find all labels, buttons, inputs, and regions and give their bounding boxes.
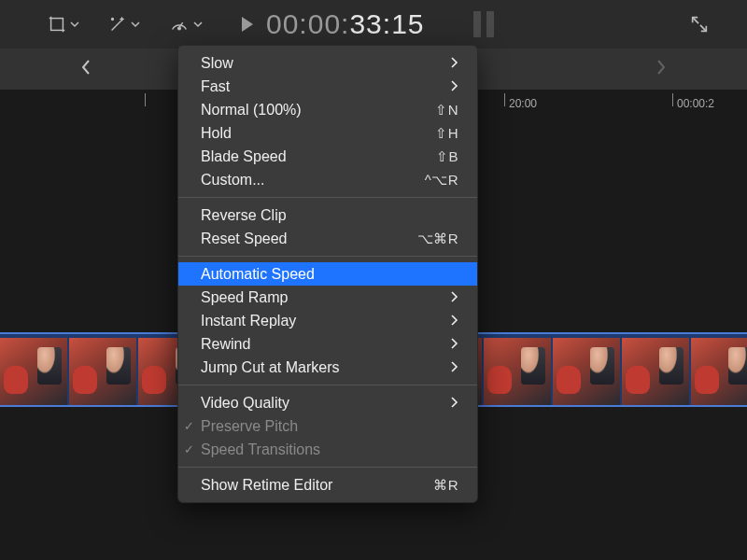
menu-item-label: Reverse Clip [201, 207, 458, 224]
menu-item[interactable]: Slow [178, 51, 477, 75]
menu-item-label: Instant Replay [201, 313, 444, 329]
menu-item[interactable]: Blade Speed⇧B [178, 145, 477, 168]
timecode-value: 33:15 [349, 8, 424, 39]
submenu-arrow-icon [451, 395, 458, 412]
clip-thumbnail[interactable] [0, 338, 67, 405]
menu-item-label: Speed Transitions [201, 441, 458, 458]
menu-item: ✓Preserve Pitch [178, 414, 477, 438]
svg-point-1 [112, 19, 114, 21]
submenu-arrow-icon [451, 336, 458, 353]
submenu-arrow-icon [451, 289, 458, 306]
speedometer-icon [168, 14, 190, 35]
menu-item[interactable]: Instant Replay [178, 309, 477, 332]
menu-separator [178, 385, 477, 385]
clip-thumbnail[interactable] [691, 338, 747, 405]
menu-item-shortcut: ⌘R [433, 477, 458, 494]
menu-item-label: Speed Ramp [201, 289, 444, 306]
menu-item-shortcut: ⇧B [436, 148, 458, 165]
clip-thumbnail[interactable] [484, 338, 551, 405]
menu-item-label: Reset Speed [201, 231, 417, 247]
submenu-arrow-icon [451, 359, 458, 376]
menu-item-label: Jump Cut at Markers [201, 359, 444, 376]
toolbar: 00:00:33:15 [0, 0, 747, 49]
chevron-down-icon [193, 20, 203, 29]
menu-item-label: Custom... [201, 172, 425, 189]
menu-item[interactable]: Video Quality [178, 391, 477, 414]
menu-item-label: Normal (100%) [201, 102, 435, 119]
ruler-tick [145, 93, 149, 106]
menu-item-label: Blade Speed [201, 148, 436, 165]
menu-item-label: Video Quality [201, 395, 444, 412]
menu-item[interactable]: Custom...^⌥R [178, 168, 477, 191]
menu-item-label: Rewind [201, 336, 444, 353]
menu-item-label: Show Retime Editor [201, 477, 433, 494]
fullscreen-button[interactable] [689, 14, 710, 35]
menu-separator [178, 197, 477, 198]
menu-item[interactable]: Jump Cut at Markers [178, 356, 477, 379]
crop-tool-button[interactable] [47, 14, 79, 35]
crop-icon [47, 14, 67, 35]
menu-separator [178, 256, 477, 257]
svg-point-2 [178, 27, 181, 30]
submenu-arrow-icon [451, 78, 458, 95]
nav-next-button[interactable] [655, 59, 668, 79]
expand-icon [689, 14, 710, 35]
menu-item[interactable]: Reverse Clip [178, 203, 477, 227]
clip-thumbnail[interactable] [553, 338, 620, 405]
clip-thumbnail[interactable] [69, 338, 136, 405]
menu-item-label: Automatic Speed [201, 266, 458, 283]
menu-item[interactable]: Speed Ramp [178, 286, 477, 309]
menu-item[interactable]: Normal (100%)⇧N [178, 98, 477, 121]
pause-icon[interactable] [473, 11, 494, 37]
ruler-tick: 20:00 [504, 93, 537, 106]
retime-menu: SlowFastNormal (100%)⇧NHold⇧HBlade Speed… [177, 45, 478, 503]
menu-item-label: Hold [201, 125, 435, 142]
check-icon: ✓ [184, 419, 199, 433]
submenu-arrow-icon [451, 313, 458, 329]
menu-item[interactable]: Hold⇧H [178, 121, 477, 145]
retime-tool-button[interactable] [168, 14, 203, 35]
play-icon[interactable] [240, 16, 255, 33]
submenu-arrow-icon [451, 55, 458, 72]
timecode-dim: 00:00: [266, 8, 349, 39]
enhance-tool-button[interactable] [107, 14, 140, 35]
menu-item-shortcut: ⌥⌘R [417, 231, 458, 247]
svg-rect-0 [51, 19, 63, 31]
menu-item[interactable]: Rewind [178, 332, 477, 356]
menu-item[interactable]: Reset Speed⌥⌘R [178, 227, 477, 250]
menu-item[interactable]: Automatic Speed [178, 262, 477, 286]
chevron-down-icon [131, 20, 140, 29]
chevron-down-icon [70, 20, 79, 29]
ruler-tick: 00:00:2 [672, 93, 714, 106]
menu-item[interactable]: Show Retime Editor⌘R [178, 473, 477, 497]
timecode-display: 00:00:33:15 [240, 8, 494, 40]
menu-item-shortcut: ^⌥R [425, 172, 458, 189]
menu-item-label: Slow [201, 55, 444, 72]
menu-item[interactable]: Fast [178, 75, 477, 98]
menu-item: ✓Speed Transitions [178, 438, 477, 461]
menu-item-label: Fast [201, 78, 444, 95]
nav-prev-button[interactable] [79, 59, 92, 79]
menu-item-shortcut: ⇧N [435, 102, 458, 119]
menu-separator [178, 467, 477, 468]
magic-wand-icon [107, 14, 128, 35]
menu-item-label: Preserve Pitch [201, 418, 458, 435]
clip-thumbnail[interactable] [622, 338, 689, 405]
check-icon: ✓ [184, 442, 199, 456]
menu-item-shortcut: ⇧H [435, 125, 458, 142]
